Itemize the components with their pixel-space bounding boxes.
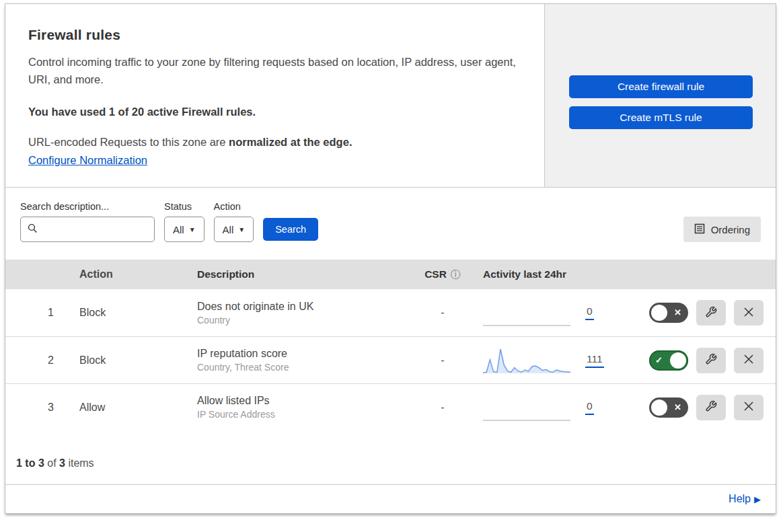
edit-rule-button[interactable] bbox=[696, 300, 726, 326]
rule-activity-cell: 0 bbox=[480, 298, 624, 328]
status-label: Status bbox=[164, 201, 204, 212]
normalization-note: URL-encoded Requests to this zone are no… bbox=[28, 136, 517, 149]
rule-description: Allow listed IPs bbox=[197, 395, 406, 407]
rule-controls: ✕ bbox=[624, 300, 776, 326]
actions-panel: Create firewall rule Create mTLS rule bbox=[545, 4, 776, 187]
rule-priority-number: 3 bbox=[5, 402, 59, 414]
table-row: 1 Block Does not originate in UK Country… bbox=[5, 289, 776, 336]
search-field-group: Search description... bbox=[20, 201, 155, 242]
count-total: 3 bbox=[59, 457, 65, 469]
rule-description-cell: IP reputation score Country, Threat Scor… bbox=[177, 348, 406, 373]
rule-description: IP reputation score bbox=[197, 348, 406, 360]
table-header-row: Action Description CSRⓘ Activity last 24… bbox=[5, 260, 776, 289]
rule-csr-value: - bbox=[441, 402, 444, 413]
search-icon bbox=[28, 223, 38, 236]
toggle-state-icon: ✕ bbox=[674, 307, 681, 317]
page-title: Firewall rules bbox=[28, 27, 517, 43]
rule-controls: ✕ bbox=[624, 395, 776, 420]
status-dropdown[interactable]: All ▼ bbox=[164, 217, 204, 242]
wrench-icon bbox=[705, 400, 717, 414]
close-icon bbox=[743, 354, 754, 367]
status-field-group: Status All ▼ bbox=[164, 201, 204, 242]
search-button[interactable]: Search bbox=[263, 218, 318, 241]
help-link[interactable]: Help▶ bbox=[729, 493, 761, 504]
chevron-down-icon: ▼ bbox=[189, 226, 196, 233]
rule-csr-value: - bbox=[441, 354, 444, 366]
toggle-knob bbox=[670, 352, 686, 369]
activity-sparkline bbox=[483, 393, 570, 422]
action-label: Action bbox=[214, 201, 254, 212]
rule-activity-cell: 0 bbox=[480, 393, 624, 422]
close-icon bbox=[743, 401, 754, 414]
activity-sparkline bbox=[483, 298, 570, 328]
normalization-bold: normalized at the edge. bbox=[229, 136, 352, 148]
intro-panel: Firewall rules Control incoming traffic … bbox=[5, 4, 545, 187]
filter-bar: Search description... Status All ▼ Actio… bbox=[5, 188, 776, 260]
activity-count-link[interactable]: 111 bbox=[585, 353, 604, 368]
header-activity: Activity last 24hr bbox=[480, 268, 624, 280]
rule-action: Block bbox=[59, 307, 177, 319]
items-count: 1 to 3 of 3 items bbox=[5, 430, 776, 485]
wrench-icon bbox=[705, 306, 717, 320]
ordering-button[interactable]: Ordering bbox=[683, 217, 761, 242]
delete-rule-button[interactable] bbox=[734, 395, 764, 420]
rules-table: Action Description CSRⓘ Activity last 24… bbox=[5, 260, 776, 430]
help-arrow-icon: ▶ bbox=[754, 494, 761, 504]
ordering-button-label: Ordering bbox=[711, 224, 750, 235]
help-link-label: Help bbox=[729, 493, 751, 504]
action-field-group: Action All ▼ bbox=[214, 201, 254, 242]
search-box[interactable] bbox=[20, 217, 155, 242]
delete-rule-button[interactable] bbox=[734, 348, 764, 373]
rule-action: Block bbox=[59, 354, 177, 367]
rule-csr-cell: - bbox=[406, 354, 480, 367]
info-icon[interactable]: ⓘ bbox=[451, 268, 461, 281]
count-of: of bbox=[44, 457, 59, 469]
toggle-knob bbox=[651, 305, 667, 321]
rule-controls: ✓ bbox=[624, 348, 776, 373]
rule-description-cell: Does not originate in UK Country bbox=[177, 301, 406, 326]
edit-rule-button[interactable] bbox=[696, 348, 726, 373]
toggle-state-icon: ✕ bbox=[674, 402, 681, 412]
help-row: Help▶ bbox=[5, 485, 776, 513]
rule-criteria: Country bbox=[197, 315, 406, 326]
create-mtls-rule-button[interactable]: Create mTLS rule bbox=[569, 106, 753, 129]
count-items: items bbox=[65, 457, 94, 469]
toggle-knob bbox=[651, 400, 667, 416]
action-dropdown-value: All bbox=[223, 224, 234, 235]
count-range: 1 to 3 bbox=[16, 457, 44, 469]
wrench-icon bbox=[705, 353, 717, 367]
rule-csr-cell: - bbox=[406, 402, 480, 414]
delete-rule-button[interactable] bbox=[734, 300, 764, 326]
activity-count-link[interactable]: 0 bbox=[585, 400, 594, 415]
activity-count-link[interactable]: 0 bbox=[585, 305, 594, 320]
rule-description-cell: Allow listed IPs IP Source Address bbox=[177, 395, 406, 420]
toggle-state-icon: ✓ bbox=[655, 355, 663, 365]
rule-priority-number: 1 bbox=[5, 307, 59, 319]
header-section: Firewall rules Control incoming traffic … bbox=[5, 4, 776, 188]
header-csr: CSRⓘ bbox=[406, 268, 480, 281]
rule-description: Does not originate in UK bbox=[197, 301, 406, 313]
rule-criteria: IP Source Address bbox=[197, 409, 406, 420]
rule-priority-number: 2 bbox=[5, 354, 59, 367]
rule-enabled-toggle[interactable]: ✓ bbox=[649, 350, 688, 371]
create-firewall-rule-button[interactable]: Create firewall rule bbox=[569, 75, 753, 98]
header-description: Description bbox=[177, 268, 406, 280]
page-description: Control incoming traffic to your zone by… bbox=[28, 54, 517, 88]
chevron-down-icon: ▼ bbox=[238, 226, 245, 233]
rule-enabled-toggle[interactable]: ✕ bbox=[649, 303, 688, 323]
search-label: Search description... bbox=[20, 201, 155, 212]
usage-summary: You have used 1 of 20 active Firewall ru… bbox=[28, 106, 517, 118]
firewall-rules-card: Firewall rules Control incoming traffic … bbox=[5, 3, 776, 514]
rule-csr-value: - bbox=[441, 307, 444, 318]
table-body: 1 Block Does not originate in UK Country… bbox=[5, 289, 776, 430]
rule-csr-cell: - bbox=[406, 307, 480, 319]
configure-normalization-link[interactable]: Configure Normalization bbox=[28, 154, 147, 167]
rule-enabled-toggle[interactable]: ✕ bbox=[649, 397, 688, 418]
search-input[interactable] bbox=[43, 224, 147, 235]
table-row: 3 Allow Allow listed IPs IP Source Addre… bbox=[5, 383, 776, 430]
rule-criteria: Country, Threat Score bbox=[197, 362, 406, 373]
edit-rule-button[interactable] bbox=[696, 395, 726, 420]
status-dropdown-value: All bbox=[173, 224, 184, 235]
ordering-list-icon bbox=[694, 223, 705, 236]
action-dropdown[interactable]: All ▼ bbox=[214, 217, 254, 242]
